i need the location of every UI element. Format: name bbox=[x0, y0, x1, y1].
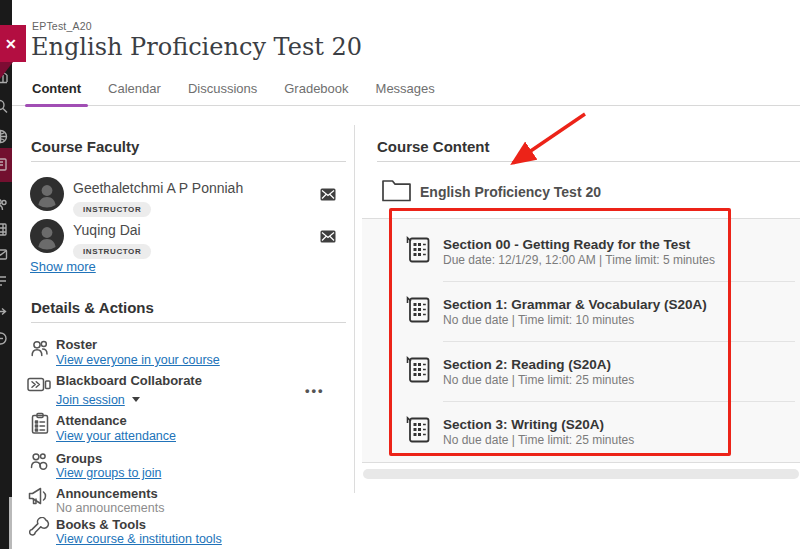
divider bbox=[443, 341, 795, 342]
tab-content[interactable]: Content bbox=[30, 81, 83, 105]
left-nav-rail[interactable] bbox=[0, 0, 12, 549]
envelope-icon bbox=[320, 188, 336, 201]
course-faculty-heading: Course Faculty bbox=[31, 138, 139, 155]
collaborate-icon bbox=[27, 375, 52, 398]
divider bbox=[443, 401, 795, 402]
globe-icon bbox=[0, 128, 9, 145]
attendance-icon bbox=[30, 412, 51, 440]
admin-icon bbox=[0, 196, 9, 213]
collaborate-options-button[interactable]: ••• bbox=[305, 383, 325, 398]
divider bbox=[31, 322, 346, 323]
collaborate-title: Blackboard Collaborate bbox=[56, 373, 202, 388]
column-divider bbox=[354, 125, 355, 493]
test-icon bbox=[404, 234, 433, 269]
ribbon-fold bbox=[0, 62, 13, 79]
role-badge: INSTRUCTOR bbox=[73, 240, 151, 259]
section-row-title[interactable]: Section 1: Grammar & Vocabulary (S20A) bbox=[443, 297, 707, 312]
activity-icon bbox=[0, 273, 9, 290]
role-badge: INSTRUCTOR bbox=[73, 198, 151, 217]
annotation-arrow bbox=[495, 102, 595, 177]
books-tools-link[interactable]: View course & institution tools bbox=[56, 532, 222, 546]
chevron-down-icon bbox=[132, 397, 140, 402]
divider bbox=[377, 161, 800, 162]
books-tools-title: Books & Tools bbox=[56, 517, 146, 532]
divider bbox=[443, 281, 795, 282]
folder-icon bbox=[381, 176, 412, 207]
sign-out-icon bbox=[0, 303, 9, 320]
help-icon bbox=[0, 330, 9, 347]
tab-calendar[interactable]: Calendar bbox=[106, 81, 163, 105]
section-row-title[interactable]: Section 3: Writing (S20A) bbox=[443, 417, 604, 432]
search-icon bbox=[0, 98, 9, 115]
collapsed-panel bbox=[363, 469, 799, 479]
section-row-meta: No due date | Time limit: 25 minutes bbox=[443, 373, 634, 387]
course-tab-bar: Content Calendar Discussions Gradebook M… bbox=[12, 80, 800, 106]
show-more-link[interactable]: Show more bbox=[30, 259, 96, 274]
join-session-link[interactable]: Join session bbox=[56, 393, 125, 407]
rail-scrollbar[interactable] bbox=[9, 497, 12, 549]
books-tools-icon bbox=[29, 517, 50, 544]
grid-icon bbox=[0, 221, 9, 238]
test-icon bbox=[404, 294, 433, 329]
divider bbox=[31, 161, 346, 162]
announcements-status: No announcements bbox=[56, 501, 164, 515]
groups-link[interactable]: View groups to join bbox=[56, 466, 161, 480]
email-member-button[interactable] bbox=[320, 229, 336, 247]
section-row-meta: No due date | Time limit: 25 minutes bbox=[443, 433, 634, 447]
section-row-title[interactable]: Section 2: Reading (S20A) bbox=[443, 357, 611, 372]
member-name[interactable]: Yuqing Dai bbox=[73, 222, 141, 238]
close-icon: ✕ bbox=[5, 37, 17, 51]
announcements-icon bbox=[27, 485, 51, 511]
attendance-link[interactable]: View your attendance bbox=[56, 429, 176, 443]
tab-messages[interactable]: Messages bbox=[374, 81, 437, 105]
test-icon bbox=[404, 414, 433, 449]
tab-gradebook[interactable]: Gradebook bbox=[282, 81, 350, 105]
divider bbox=[362, 462, 800, 463]
section-row-meta: Due date: 12/1/29, 12:00 AM | Time limit… bbox=[443, 253, 715, 267]
test-icon bbox=[404, 354, 433, 389]
messages-icon bbox=[0, 246, 9, 263]
section-row-title[interactable]: Section 00 - Getting Ready for the Test bbox=[443, 237, 690, 252]
roster-link[interactable]: View everyone in your course bbox=[56, 353, 220, 367]
page-title: English Proficiency Test 20 bbox=[31, 33, 362, 61]
courses-icon bbox=[0, 156, 9, 173]
avatar bbox=[30, 219, 64, 257]
section-row-meta: No due date | Time limit: 10 minutes bbox=[443, 313, 634, 327]
groups-title: Groups bbox=[56, 451, 102, 466]
folder-row[interactable]: English Proficiency Test 20 bbox=[420, 184, 601, 200]
close-course-ribbon[interactable]: ✕ bbox=[0, 25, 26, 62]
member-name[interactable]: Geethaletchmi A P Ponniah bbox=[73, 180, 243, 196]
announcements-title: Announcements bbox=[56, 486, 158, 501]
envelope-icon bbox=[320, 230, 336, 243]
course-code: EPTest_A20 bbox=[32, 20, 92, 32]
roster-title: Roster bbox=[56, 337, 97, 352]
course-content-heading: Course Content bbox=[377, 138, 490, 155]
email-member-button[interactable] bbox=[320, 187, 336, 205]
groups-icon bbox=[28, 450, 51, 477]
details-actions-heading: Details & Actions bbox=[31, 299, 154, 316]
avatar bbox=[30, 177, 64, 215]
roster-icon bbox=[28, 337, 51, 364]
tab-discussions[interactable]: Discussions bbox=[186, 81, 259, 105]
attendance-title: Attendance bbox=[56, 413, 127, 428]
join-session-menu[interactable]: Join session bbox=[56, 390, 140, 408]
